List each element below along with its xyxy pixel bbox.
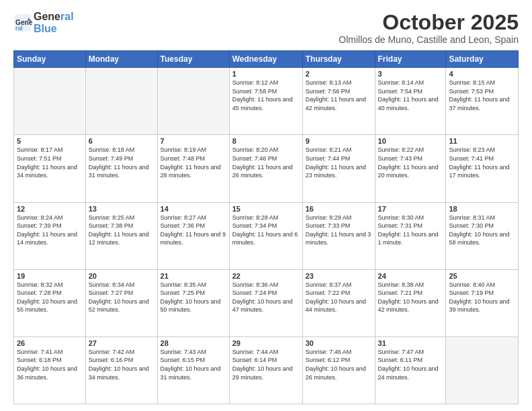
calendar-cell	[446, 336, 519, 404]
day-info: Sunrise: 8:38 AM Sunset: 7:21 PM Dayligh…	[378, 281, 443, 314]
calendar-header-sunday: Sunday	[14, 51, 86, 68]
calendar-cell: 12Sunrise: 8:24 AM Sunset: 7:39 PM Dayli…	[14, 202, 86, 269]
day-info: Sunrise: 8:31 AM Sunset: 7:30 PM Dayligh…	[449, 214, 515, 247]
day-info: Sunrise: 8:35 AM Sunset: 7:25 PM Dayligh…	[161, 281, 226, 314]
calendar-cell: 4Sunrise: 8:15 AM Sunset: 7:53 PM Daylig…	[446, 68, 519, 135]
day-number: 27	[89, 339, 154, 347]
calendar-cell: 31Sunrise: 7:47 AM Sunset: 6:11 PM Dayli…	[375, 336, 446, 404]
day-number: 31	[378, 339, 443, 347]
day-number: 30	[306, 339, 372, 347]
day-info: Sunrise: 8:34 AM Sunset: 7:27 PM Dayligh…	[89, 281, 154, 314]
day-number: 13	[89, 205, 154, 213]
day-info: Sunrise: 8:25 AM Sunset: 7:38 PM Dayligh…	[89, 214, 154, 247]
day-number: 6	[89, 137, 154, 145]
logo-icon: Gene ral	[13, 13, 32, 32]
calendar-cell: 27Sunrise: 7:42 AM Sunset: 6:16 PM Dayli…	[85, 336, 157, 404]
day-info: Sunrise: 8:19 AM Sunset: 7:48 PM Dayligh…	[161, 146, 226, 179]
day-number: 9	[306, 137, 372, 145]
day-info: Sunrise: 7:42 AM Sunset: 6:16 PM Dayligh…	[89, 348, 154, 381]
calendar-cell: 18Sunrise: 8:31 AM Sunset: 7:30 PM Dayli…	[446, 202, 519, 269]
day-number: 19	[17, 272, 83, 280]
calendar-cell: 6Sunrise: 8:18 AM Sunset: 7:49 PM Daylig…	[85, 135, 157, 202]
calendar-header-monday: Monday	[85, 51, 157, 68]
calendar-cell: 1Sunrise: 8:12 AM Sunset: 7:58 PM Daylig…	[229, 68, 302, 135]
svg-text:ral: ral	[15, 24, 22, 31]
calendar-header-tuesday: Tuesday	[157, 51, 229, 68]
day-info: Sunrise: 8:36 AM Sunset: 7:24 PM Dayligh…	[232, 281, 300, 314]
calendar-cell: 17Sunrise: 8:30 AM Sunset: 7:31 PM Dayli…	[375, 202, 446, 269]
calendar-cell: 10Sunrise: 8:22 AM Sunset: 7:43 PM Dayli…	[375, 135, 446, 202]
day-number: 16	[306, 205, 372, 213]
day-number: 2	[306, 70, 372, 78]
calendar-cell: 11Sunrise: 8:23 AM Sunset: 7:41 PM Dayli…	[446, 135, 519, 202]
calendar-cell: 26Sunrise: 7:41 AM Sunset: 6:18 PM Dayli…	[14, 336, 86, 404]
calendar-cell	[157, 68, 229, 135]
calendar-cell: 21Sunrise: 8:35 AM Sunset: 7:25 PM Dayli…	[157, 269, 229, 336]
header: Gene ral General Blue October 2025 Olmil…	[13, 11, 519, 45]
calendar-cell: 7Sunrise: 8:19 AM Sunset: 7:48 PM Daylig…	[157, 135, 229, 202]
day-info: Sunrise: 7:46 AM Sunset: 6:12 PM Dayligh…	[306, 348, 372, 381]
calendar-header-thursday: Thursday	[302, 51, 375, 68]
calendar-cell: 19Sunrise: 8:32 AM Sunset: 7:28 PM Dayli…	[14, 269, 86, 336]
day-info: Sunrise: 8:22 AM Sunset: 7:43 PM Dayligh…	[378, 146, 443, 179]
day-number: 26	[17, 339, 83, 347]
calendar-cell	[14, 68, 86, 135]
day-info: Sunrise: 7:47 AM Sunset: 6:11 PM Dayligh…	[378, 348, 443, 381]
calendar-header-friday: Friday	[375, 51, 446, 68]
calendar-cell: 3Sunrise: 8:14 AM Sunset: 7:54 PM Daylig…	[375, 68, 446, 135]
calendar-cell: 8Sunrise: 8:20 AM Sunset: 7:46 PM Daylig…	[229, 135, 302, 202]
calendar-week-row: 1Sunrise: 8:12 AM Sunset: 7:58 PM Daylig…	[14, 68, 519, 135]
calendar-week-row: 26Sunrise: 7:41 AM Sunset: 6:18 PM Dayli…	[14, 336, 519, 404]
calendar-cell: 16Sunrise: 8:29 AM Sunset: 7:33 PM Dayli…	[302, 202, 375, 269]
day-number: 23	[306, 272, 372, 280]
day-number: 29	[232, 339, 300, 347]
day-number: 20	[89, 272, 154, 280]
day-number: 8	[232, 137, 300, 145]
day-info: Sunrise: 8:32 AM Sunset: 7:28 PM Dayligh…	[17, 281, 83, 314]
calendar-cell: 2Sunrise: 8:13 AM Sunset: 7:56 PM Daylig…	[302, 68, 375, 135]
calendar-cell: 24Sunrise: 8:38 AM Sunset: 7:21 PM Dayli…	[375, 269, 446, 336]
day-info: Sunrise: 8:28 AM Sunset: 7:34 PM Dayligh…	[232, 214, 300, 247]
day-number: 25	[449, 272, 515, 280]
calendar-cell: 22Sunrise: 8:36 AM Sunset: 7:24 PM Dayli…	[229, 269, 302, 336]
day-info: Sunrise: 8:29 AM Sunset: 7:33 PM Dayligh…	[306, 214, 372, 247]
day-info: Sunrise: 7:44 AM Sunset: 6:14 PM Dayligh…	[232, 348, 300, 381]
calendar-week-row: 5Sunrise: 8:17 AM Sunset: 7:51 PM Daylig…	[14, 135, 519, 202]
day-info: Sunrise: 8:15 AM Sunset: 7:53 PM Dayligh…	[449, 79, 515, 112]
calendar-cell: 9Sunrise: 8:21 AM Sunset: 7:44 PM Daylig…	[302, 135, 375, 202]
day-number: 21	[161, 272, 226, 280]
day-info: Sunrise: 7:41 AM Sunset: 6:18 PM Dayligh…	[17, 348, 83, 381]
calendar-cell: 20Sunrise: 8:34 AM Sunset: 7:27 PM Dayli…	[85, 269, 157, 336]
day-info: Sunrise: 8:12 AM Sunset: 7:58 PM Dayligh…	[232, 79, 300, 112]
day-info: Sunrise: 8:24 AM Sunset: 7:39 PM Dayligh…	[17, 214, 83, 247]
calendar-week-row: 19Sunrise: 8:32 AM Sunset: 7:28 PM Dayli…	[14, 269, 519, 336]
calendar-header-saturday: Saturday	[446, 51, 519, 68]
calendar-cell: 28Sunrise: 7:43 AM Sunset: 6:15 PM Dayli…	[157, 336, 229, 404]
calendar-cell: 23Sunrise: 8:37 AM Sunset: 7:22 PM Dayli…	[302, 269, 375, 336]
day-number: 28	[161, 339, 226, 347]
calendar-header-row: SundayMondayTuesdayWednesdayThursdayFrid…	[14, 51, 519, 68]
day-number: 14	[161, 205, 226, 213]
day-number: 15	[232, 205, 300, 213]
title-block: October 2025 Olmillos de Muno, Castille …	[339, 11, 519, 45]
day-info: Sunrise: 8:40 AM Sunset: 7:19 PM Dayligh…	[449, 281, 515, 314]
day-number: 17	[378, 205, 443, 213]
logo: Gene ral General Blue	[13, 11, 74, 34]
day-info: Sunrise: 8:23 AM Sunset: 7:41 PM Dayligh…	[449, 146, 515, 179]
calendar-cell: 5Sunrise: 8:17 AM Sunset: 7:51 PM Daylig…	[14, 135, 86, 202]
day-info: Sunrise: 8:21 AM Sunset: 7:44 PM Dayligh…	[306, 146, 372, 179]
day-number: 11	[449, 137, 515, 145]
subtitle: Olmillos de Muno, Castille and Leon, Spa…	[339, 34, 519, 45]
day-number: 4	[449, 70, 515, 78]
day-number: 10	[378, 137, 443, 145]
day-number: 18	[449, 205, 515, 213]
calendar-cell	[85, 68, 157, 135]
page: Gene ral General Blue October 2025 Olmil…	[0, 0, 532, 411]
calendar-cell: 29Sunrise: 7:44 AM Sunset: 6:14 PM Dayli…	[229, 336, 302, 404]
calendar-cell: 30Sunrise: 7:46 AM Sunset: 6:12 PM Dayli…	[302, 336, 375, 404]
day-info: Sunrise: 8:30 AM Sunset: 7:31 PM Dayligh…	[378, 214, 443, 247]
day-number: 7	[161, 137, 226, 145]
calendar-week-row: 12Sunrise: 8:24 AM Sunset: 7:39 PM Dayli…	[14, 202, 519, 269]
calendar-cell: 15Sunrise: 8:28 AM Sunset: 7:34 PM Dayli…	[229, 202, 302, 269]
day-number: 5	[17, 137, 83, 145]
